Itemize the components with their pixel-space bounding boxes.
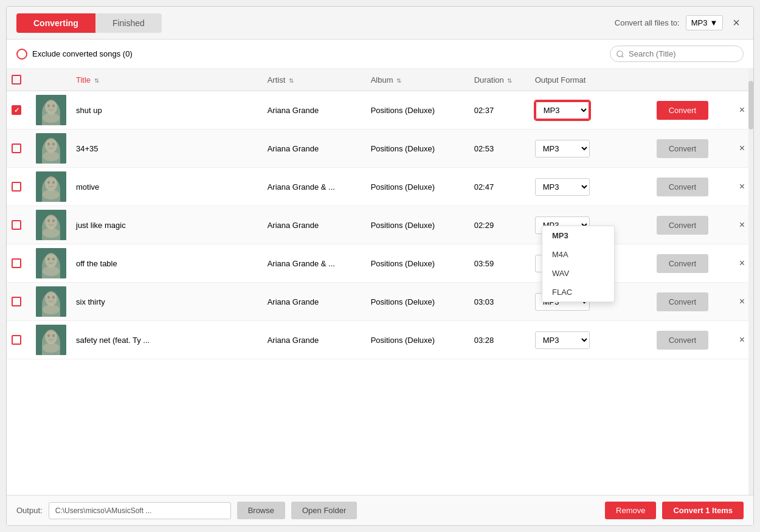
format-select[interactable]: MP3M4AWAVFLAC [535, 331, 590, 349]
dropdown-option-m4a[interactable]: M4A [542, 245, 614, 264]
remove-row-button[interactable]: × [736, 295, 748, 308]
remove-row-button[interactable]: × [736, 142, 748, 155]
row-checkbox[interactable] [12, 335, 21, 345]
remove-row-button[interactable]: × [736, 180, 748, 193]
convert-button[interactable]: Convert [657, 139, 709, 158]
remove-row-button[interactable]: × [736, 103, 748, 117]
tab-converting[interactable]: Converting [16, 13, 95, 33]
format-select[interactable]: MP3M4AWAVFLAC [535, 178, 590, 196]
remove-row-button[interactable]: × [736, 218, 748, 232]
album-sort-icon[interactable]: ⇅ [396, 77, 401, 84]
svg-point-1 [45, 100, 57, 114]
col-duration-header: Duration [474, 75, 504, 85]
convert-button[interactable]: Convert [657, 292, 709, 311]
row-checkbox[interactable] [12, 105, 21, 115]
song-artist: Ariana Grande & ... [263, 168, 366, 206]
convert-button[interactable]: Convert [657, 216, 709, 235]
song-title: just like magic [71, 206, 263, 244]
close-button[interactable]: × [729, 15, 744, 31]
dropdown-option-mp3[interactable]: MP3 [542, 226, 614, 245]
table-row: six thirtyAriana GrandePositions (Deluxe… [7, 283, 753, 321]
convert-items-button[interactable]: Convert 1 Items [662, 502, 744, 519]
col-format-header: Output Format [535, 75, 586, 85]
song-album: Positions (Deluxe) [366, 283, 469, 321]
select-all-checkbox[interactable] [12, 75, 21, 85]
exclude-container: Exclude converted songs (0) [16, 49, 133, 60]
songs-table: Title ⇅ Artist ⇅ Album ⇅ Duration ⇅ [7, 69, 753, 359]
convert-button[interactable]: Convert [657, 331, 709, 350]
table-row: just like magicAriana GrandePositions (D… [7, 206, 753, 244]
convert-button[interactable]: Convert [657, 178, 709, 196]
row-checkbox[interactable] [12, 220, 21, 230]
app-window: Converting Finished Convert all files to… [6, 6, 754, 526]
output-path: C:\Users\micso\AMusicSoft ... [49, 502, 231, 519]
svg-point-8 [47, 143, 50, 146]
song-album: Positions (Deluxe) [366, 244, 469, 283]
svg-point-29 [52, 296, 55, 299]
song-album: Positions (Deluxe) [366, 130, 469, 168]
format-select[interactable]: MP3M4AWAVFLAC [535, 101, 590, 120]
scrollbar-thumb[interactable] [748, 81, 753, 130]
song-thumbnail [36, 248, 66, 278]
col-album-header: Album [371, 75, 393, 85]
chevron-down-icon: ▼ [710, 18, 717, 27]
song-artist: Ariana Grande [263, 283, 366, 321]
song-duration: 02:37 [469, 91, 530, 130]
scrollbar-track [748, 69, 753, 495]
svg-point-18 [47, 219, 50, 223]
browse-button[interactable]: Browse [237, 502, 285, 519]
svg-rect-25 [36, 286, 66, 317]
open-folder-button[interactable]: Open Folder [291, 502, 357, 519]
dropdown-option-flac[interactable]: FLAC [542, 283, 614, 302]
song-artist: Ariana Grande [263, 206, 366, 244]
song-thumbnail [36, 133, 66, 164]
svg-point-34 [52, 334, 55, 337]
table-row: shut upAriana GrandePositions (Deluxe)02… [7, 91, 753, 130]
table-container: Title ⇅ Artist ⇅ Album ⇅ Duration ⇅ [7, 69, 753, 495]
table-row: safety net (feat. Ty ...Ariana GrandePos… [7, 321, 753, 359]
duration-sort-icon[interactable]: ⇅ [507, 77, 512, 84]
svg-point-27 [43, 305, 60, 314]
exclude-radio[interactable] [16, 49, 27, 60]
song-album: Positions (Deluxe) [366, 168, 469, 206]
remove-button[interactable]: Remove [605, 502, 656, 519]
svg-point-9 [52, 143, 55, 146]
row-checkbox[interactable] [12, 182, 21, 192]
svg-point-24 [52, 258, 55, 261]
search-input[interactable] [610, 46, 744, 62]
song-thumbnail [36, 286, 66, 317]
convert-button[interactable]: Convert [657, 254, 709, 273]
table-row: off the tableAriana Grande & ...Position… [7, 244, 753, 283]
row-checkbox[interactable] [12, 143, 21, 153]
output-label: Output: [16, 506, 43, 515]
header: Converting Finished Convert all files to… [7, 7, 753, 40]
song-artist: Ariana Grande [263, 321, 366, 359]
song-title: off the table [71, 244, 263, 283]
tab-finished[interactable]: Finished [95, 13, 162, 33]
col-artist-header: Artist [268, 75, 286, 85]
footer-right: Remove Convert 1 Items [605, 502, 744, 519]
artist-sort-icon[interactable]: ⇅ [289, 77, 294, 84]
col-title-header: Title [76, 75, 91, 85]
svg-rect-10 [36, 171, 66, 202]
dropdown-option-wav[interactable]: WAV [542, 264, 614, 283]
svg-point-21 [45, 253, 57, 268]
svg-point-28 [47, 296, 50, 299]
song-duration: 03:28 [469, 321, 530, 359]
format-select[interactable]: MP3M4AWAVFLAC [535, 140, 590, 157]
remove-row-button[interactable]: × [736, 257, 748, 270]
format-global-dropdown[interactable]: MP3 ▼ [686, 15, 724, 30]
convert-button[interactable]: Convert [657, 101, 709, 120]
table-row: motiveAriana Grande & ...Positions (Delu… [7, 168, 753, 206]
song-artist: Ariana Grande [263, 130, 366, 168]
row-checkbox[interactable] [12, 258, 21, 268]
song-artist: Ariana Grande [263, 91, 366, 130]
song-title: six thirty [71, 283, 263, 321]
row-checkbox[interactable] [12, 297, 21, 306]
svg-point-2 [43, 113, 60, 123]
song-duration: 03:59 [469, 244, 530, 283]
title-sort-icon[interactable]: ⇅ [94, 77, 99, 84]
header-right: Convert all files to: MP3 ▼ × [615, 15, 744, 31]
remove-row-button[interactable]: × [736, 333, 748, 347]
svg-point-11 [45, 176, 57, 191]
